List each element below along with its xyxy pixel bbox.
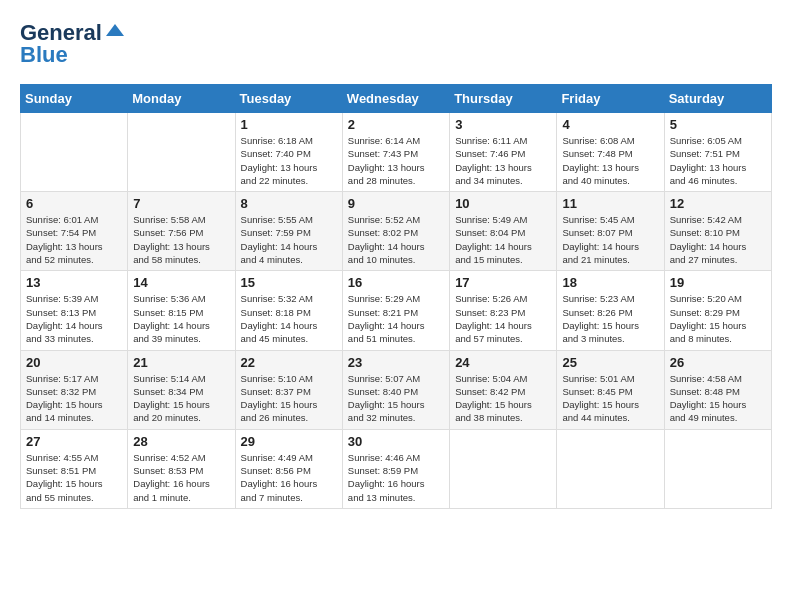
calendar-cell: 4Sunrise: 6:08 AM Sunset: 7:48 PM Daylig… [557,113,664,192]
weekday-header-tuesday: Tuesday [235,85,342,113]
calendar-cell: 11Sunrise: 5:45 AM Sunset: 8:07 PM Dayli… [557,192,664,271]
logo-icon [104,22,126,38]
day-info: Sunrise: 5:20 AM Sunset: 8:29 PM Dayligh… [670,292,766,345]
calendar-cell: 3Sunrise: 6:11 AM Sunset: 7:46 PM Daylig… [450,113,557,192]
day-info: Sunrise: 5:45 AM Sunset: 8:07 PM Dayligh… [562,213,658,266]
day-number: 20 [26,355,122,370]
logo-blue: Blue [20,42,68,68]
day-info: Sunrise: 5:39 AM Sunset: 8:13 PM Dayligh… [26,292,122,345]
weekday-header-monday: Monday [128,85,235,113]
logo: General Blue [20,20,126,68]
calendar-week-row: 6Sunrise: 6:01 AM Sunset: 7:54 PM Daylig… [21,192,772,271]
calendar-cell: 22Sunrise: 5:10 AM Sunset: 8:37 PM Dayli… [235,350,342,429]
weekday-header-wednesday: Wednesday [342,85,449,113]
day-number: 16 [348,275,444,290]
day-number: 8 [241,196,337,211]
calendar-cell: 5Sunrise: 6:05 AM Sunset: 7:51 PM Daylig… [664,113,771,192]
calendar-cell: 13Sunrise: 5:39 AM Sunset: 8:13 PM Dayli… [21,271,128,350]
day-info: Sunrise: 5:10 AM Sunset: 8:37 PM Dayligh… [241,372,337,425]
day-info: Sunrise: 4:55 AM Sunset: 8:51 PM Dayligh… [26,451,122,504]
day-info: Sunrise: 4:49 AM Sunset: 8:56 PM Dayligh… [241,451,337,504]
weekday-header-sunday: Sunday [21,85,128,113]
day-info: Sunrise: 5:01 AM Sunset: 8:45 PM Dayligh… [562,372,658,425]
weekday-header-saturday: Saturday [664,85,771,113]
day-number: 25 [562,355,658,370]
day-number: 27 [26,434,122,449]
day-info: Sunrise: 5:42 AM Sunset: 8:10 PM Dayligh… [670,213,766,266]
day-info: Sunrise: 5:14 AM Sunset: 8:34 PM Dayligh… [133,372,229,425]
weekday-header-thursday: Thursday [450,85,557,113]
calendar-table: SundayMondayTuesdayWednesdayThursdayFrid… [20,84,772,509]
day-number: 17 [455,275,551,290]
day-number: 4 [562,117,658,132]
calendar-cell [450,429,557,508]
day-number: 14 [133,275,229,290]
day-info: Sunrise: 5:58 AM Sunset: 7:56 PM Dayligh… [133,213,229,266]
calendar-cell: 14Sunrise: 5:36 AM Sunset: 8:15 PM Dayli… [128,271,235,350]
day-info: Sunrise: 6:08 AM Sunset: 7:48 PM Dayligh… [562,134,658,187]
day-info: Sunrise: 6:18 AM Sunset: 7:40 PM Dayligh… [241,134,337,187]
day-info: Sunrise: 5:36 AM Sunset: 8:15 PM Dayligh… [133,292,229,345]
day-info: Sunrise: 5:32 AM Sunset: 8:18 PM Dayligh… [241,292,337,345]
calendar-header-row: SundayMondayTuesdayWednesdayThursdayFrid… [21,85,772,113]
calendar-week-row: 27Sunrise: 4:55 AM Sunset: 8:51 PM Dayli… [21,429,772,508]
day-number: 1 [241,117,337,132]
day-info: Sunrise: 5:26 AM Sunset: 8:23 PM Dayligh… [455,292,551,345]
calendar-cell: 10Sunrise: 5:49 AM Sunset: 8:04 PM Dayli… [450,192,557,271]
day-number: 6 [26,196,122,211]
day-number: 7 [133,196,229,211]
day-info: Sunrise: 4:58 AM Sunset: 8:48 PM Dayligh… [670,372,766,425]
calendar-cell: 25Sunrise: 5:01 AM Sunset: 8:45 PM Dayli… [557,350,664,429]
calendar-week-row: 1Sunrise: 6:18 AM Sunset: 7:40 PM Daylig… [21,113,772,192]
calendar-cell: 18Sunrise: 5:23 AM Sunset: 8:26 PM Dayli… [557,271,664,350]
calendar-cell: 1Sunrise: 6:18 AM Sunset: 7:40 PM Daylig… [235,113,342,192]
day-number: 26 [670,355,766,370]
day-info: Sunrise: 5:07 AM Sunset: 8:40 PM Dayligh… [348,372,444,425]
calendar-cell: 19Sunrise: 5:20 AM Sunset: 8:29 PM Dayli… [664,271,771,350]
day-info: Sunrise: 5:04 AM Sunset: 8:42 PM Dayligh… [455,372,551,425]
day-number: 9 [348,196,444,211]
calendar-cell: 20Sunrise: 5:17 AM Sunset: 8:32 PM Dayli… [21,350,128,429]
weekday-header-friday: Friday [557,85,664,113]
calendar-cell [21,113,128,192]
calendar-week-row: 20Sunrise: 5:17 AM Sunset: 8:32 PM Dayli… [21,350,772,429]
day-number: 22 [241,355,337,370]
calendar-cell: 27Sunrise: 4:55 AM Sunset: 8:51 PM Dayli… [21,429,128,508]
calendar-cell: 30Sunrise: 4:46 AM Sunset: 8:59 PM Dayli… [342,429,449,508]
day-info: Sunrise: 5:23 AM Sunset: 8:26 PM Dayligh… [562,292,658,345]
calendar-cell: 17Sunrise: 5:26 AM Sunset: 8:23 PM Dayli… [450,271,557,350]
calendar-cell: 16Sunrise: 5:29 AM Sunset: 8:21 PM Dayli… [342,271,449,350]
day-number: 12 [670,196,766,211]
day-number: 10 [455,196,551,211]
calendar-cell: 26Sunrise: 4:58 AM Sunset: 8:48 PM Dayli… [664,350,771,429]
day-info: Sunrise: 4:46 AM Sunset: 8:59 PM Dayligh… [348,451,444,504]
calendar-week-row: 13Sunrise: 5:39 AM Sunset: 8:13 PM Dayli… [21,271,772,350]
day-number: 30 [348,434,444,449]
day-number: 2 [348,117,444,132]
calendar-cell: 24Sunrise: 5:04 AM Sunset: 8:42 PM Dayli… [450,350,557,429]
calendar-cell: 8Sunrise: 5:55 AM Sunset: 7:59 PM Daylig… [235,192,342,271]
calendar-cell [557,429,664,508]
calendar-cell: 29Sunrise: 4:49 AM Sunset: 8:56 PM Dayli… [235,429,342,508]
day-number: 19 [670,275,766,290]
calendar-cell: 6Sunrise: 6:01 AM Sunset: 7:54 PM Daylig… [21,192,128,271]
day-number: 3 [455,117,551,132]
day-info: Sunrise: 6:14 AM Sunset: 7:43 PM Dayligh… [348,134,444,187]
calendar-cell: 7Sunrise: 5:58 AM Sunset: 7:56 PM Daylig… [128,192,235,271]
day-number: 28 [133,434,229,449]
day-info: Sunrise: 6:11 AM Sunset: 7:46 PM Dayligh… [455,134,551,187]
day-number: 11 [562,196,658,211]
day-number: 5 [670,117,766,132]
calendar-cell: 12Sunrise: 5:42 AM Sunset: 8:10 PM Dayli… [664,192,771,271]
calendar-cell [128,113,235,192]
calendar-cell [664,429,771,508]
calendar-cell: 15Sunrise: 5:32 AM Sunset: 8:18 PM Dayli… [235,271,342,350]
day-number: 13 [26,275,122,290]
day-info: Sunrise: 5:49 AM Sunset: 8:04 PM Dayligh… [455,213,551,266]
page-header: General Blue [20,20,772,68]
svg-marker-0 [106,24,124,36]
calendar-cell: 21Sunrise: 5:14 AM Sunset: 8:34 PM Dayli… [128,350,235,429]
day-number: 23 [348,355,444,370]
day-info: Sunrise: 5:52 AM Sunset: 8:02 PM Dayligh… [348,213,444,266]
day-number: 24 [455,355,551,370]
